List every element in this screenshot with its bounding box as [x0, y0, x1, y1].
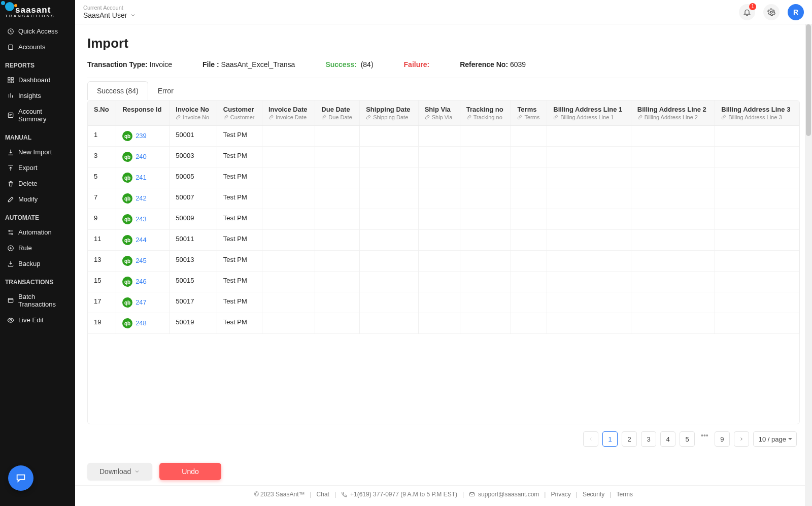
- settings-button[interactable]: [763, 4, 780, 20]
- sidebar-item-rule[interactable]: Rule: [0, 240, 75, 256]
- cell-customer: Test PM: [217, 209, 262, 230]
- col-shipping-date[interactable]: Shipping DateShipping Date: [360, 100, 419, 126]
- col-billing-address-line-3[interactable]: Billing Address Line 3Billing Address Li…: [715, 100, 799, 126]
- pager-page-2[interactable]: 2: [622, 431, 637, 447]
- sidebar-item-label: Insights: [18, 92, 41, 99]
- pager-page-9[interactable]: 9: [715, 431, 730, 447]
- sidebar-item-automation[interactable]: Automation: [0, 224, 75, 240]
- cell-empty: [262, 272, 315, 292]
- pager-page-5[interactable]: 5: [680, 431, 695, 447]
- cell-invoice-no: 50009: [170, 209, 217, 230]
- chat-fab[interactable]: [8, 465, 33, 491]
- sidebar-item-insights[interactable]: Insights: [0, 88, 75, 104]
- table-row: 1qb23950001Test PM: [88, 126, 799, 147]
- account-switcher[interactable]: Current Account SaasAnt User: [83, 5, 136, 20]
- col-mapping: Terms: [517, 114, 540, 120]
- notifications-button[interactable]: 1: [739, 4, 755, 20]
- pager-page-1[interactable]: 1: [602, 431, 618, 447]
- cell-invoice-no: 50007: [170, 188, 217, 209]
- col-s.no[interactable]: S.No: [88, 100, 116, 126]
- svg-rect-10: [8, 298, 13, 302]
- col-customer[interactable]: CustomerCustomer: [217, 100, 262, 126]
- pager-size-select[interactable]: 10 / page: [753, 431, 797, 447]
- tab-error[interactable]: Error: [148, 81, 183, 100]
- pager-page-3[interactable]: 3: [641, 431, 656, 447]
- sidebar-item-new-import[interactable]: New Import: [0, 144, 75, 160]
- tab-success[interactable]: Success (84): [87, 81, 148, 100]
- page-scrollbar[interactable]: [805, 24, 812, 506]
- cell-empty: [547, 230, 631, 251]
- footer-security-link[interactable]: Security: [583, 491, 604, 498]
- col-tracking-no[interactable]: Tracking noTracking no: [460, 100, 511, 126]
- response-id-link[interactable]: 242: [136, 194, 147, 202]
- cell-empty: [715, 230, 799, 251]
- response-id-link[interactable]: 247: [136, 298, 147, 306]
- col-billing-address-line-1[interactable]: Billing Address Line 1Billing Address Li…: [547, 100, 631, 126]
- sidebar-item-batch-transactions[interactable]: Batch Transactions: [0, 289, 75, 312]
- response-id-link[interactable]: 244: [136, 236, 147, 244]
- col-terms[interactable]: TermsTerms: [511, 100, 547, 126]
- link-icon: [321, 115, 326, 120]
- pager-next[interactable]: [734, 431, 749, 447]
- sidebar-item-dashboard[interactable]: Dashboard: [0, 72, 75, 88]
- cell-empty: [547, 167, 631, 188]
- pager-prev[interactable]: [583, 431, 598, 447]
- sidebar-item-label: Account Summary: [18, 108, 68, 123]
- sidebar-item-quick-access[interactable]: Quick Access: [0, 23, 75, 39]
- cell-empty: [262, 251, 315, 272]
- sidebar-item-delete[interactable]: Delete: [0, 176, 75, 191]
- cell-response-id: qb240: [116, 147, 170, 167]
- scrollbar-thumb[interactable]: [806, 24, 811, 136]
- footer-terms-link[interactable]: Terms: [616, 491, 633, 498]
- footer: © 2023 SaasAnt™ | Chat | +1(619) 377-097…: [75, 485, 812, 506]
- response-id-link[interactable]: 248: [136, 319, 147, 327]
- response-id-link[interactable]: 243: [136, 215, 147, 223]
- sidebar-item-modify[interactable]: Modify: [0, 191, 75, 207]
- col-invoice-date[interactable]: Invoice DateInvoice Date: [262, 100, 315, 126]
- col-billing-address-line-2[interactable]: Billing Address Line 2Billing Address Li…: [631, 100, 715, 126]
- cell-empty: [631, 167, 715, 188]
- cell-empty: [460, 167, 511, 188]
- cell-empty: [360, 251, 419, 272]
- cell-empty: [511, 167, 547, 188]
- cell-empty: [460, 251, 511, 272]
- response-id-link[interactable]: 239: [136, 132, 147, 140]
- col-invoice-no[interactable]: Invoice NoInvoice No: [170, 100, 217, 126]
- link-icon: [425, 115, 430, 120]
- col-due-date[interactable]: Due DateDue Date: [315, 100, 360, 126]
- cell-empty: [262, 147, 315, 167]
- cell-response-id: qb239: [116, 126, 170, 147]
- sidebar-item-live-edit[interactable]: Live Edit: [0, 312, 75, 328]
- sidebar-item-accounts[interactable]: Accounts: [0, 39, 75, 55]
- svg-rect-1: [9, 45, 13, 49]
- table-row: 5qb24150005Test PM: [88, 167, 799, 188]
- sidebar-item-label: Dashboard: [18, 76, 51, 84]
- response-id-link[interactable]: 245: [136, 257, 147, 264]
- sidebar-item-export[interactable]: Export: [0, 160, 75, 176]
- footer-privacy-link[interactable]: Privacy: [551, 491, 570, 498]
- undo-button[interactable]: Undo: [159, 463, 221, 480]
- cell-empty: [547, 292, 631, 313]
- col-response-id[interactable]: Response Id: [116, 100, 170, 126]
- footer-email-link[interactable]: support@saasant.com: [478, 491, 539, 498]
- link-icon: [176, 115, 181, 120]
- response-id-link[interactable]: 246: [136, 278, 147, 285]
- results-table-wrap[interactable]: S.NoResponse IdInvoice NoInvoice NoCusto…: [87, 100, 800, 424]
- cell-empty: [631, 126, 715, 147]
- cell-empty: [460, 147, 511, 167]
- sidebar-item-backup[interactable]: Backup: [0, 256, 75, 272]
- response-id-link[interactable]: 240: [136, 153, 147, 160]
- cell-invoice-no: 50003: [170, 147, 217, 167]
- response-id-link[interactable]: 241: [136, 174, 147, 181]
- footer-chat-link[interactable]: Chat: [317, 491, 329, 498]
- avatar[interactable]: R: [788, 4, 804, 20]
- col-ship-via[interactable]: Ship ViaShip Via: [418, 100, 460, 126]
- quickbooks-icon: qb: [122, 297, 132, 308]
- cell-empty: [315, 147, 360, 167]
- download-button[interactable]: Download: [87, 463, 152, 480]
- pager-page-4[interactable]: 4: [660, 431, 675, 447]
- cell-customer: Test PM: [217, 272, 262, 292]
- cell-invoice-no: 50011: [170, 230, 217, 251]
- sidebar-item-account-summary[interactable]: Account Summary: [0, 104, 75, 127]
- pager-ellipsis[interactable]: •••: [699, 431, 710, 447]
